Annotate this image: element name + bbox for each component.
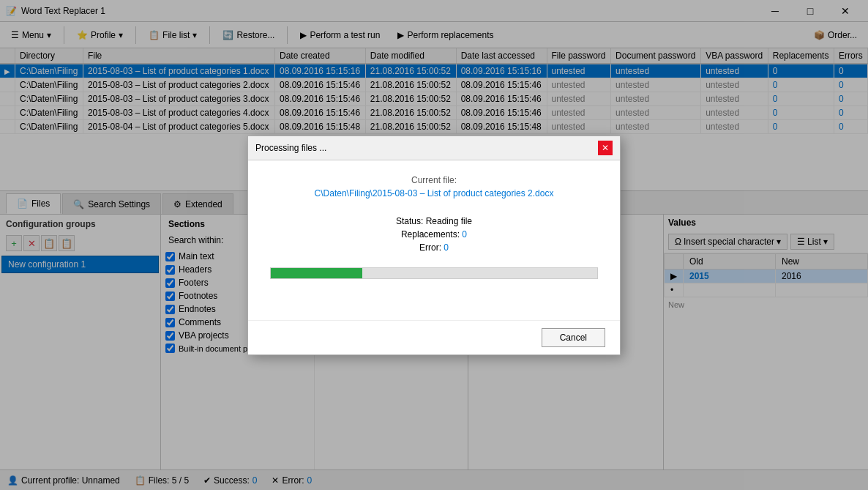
modal-replacements-line: Replacements: 0 (396, 229, 472, 240)
progress-bar-fill (271, 268, 362, 278)
modal-error-value: 0 (444, 242, 449, 253)
modal-title: Processing files ... (255, 143, 326, 153)
modal-title-bar: Processing files ... ✕ (248, 136, 620, 160)
modal-body: Current file: C\Daten\Filing\2015-08-03 … (248, 160, 620, 320)
modal-footer: Cancel (248, 320, 620, 354)
modal-replacements-value: 0 (462, 229, 467, 240)
modal-status-line: Status: Reading file (396, 216, 472, 226)
cancel-button[interactable]: Cancel (542, 328, 605, 347)
modal-overlay: Processing files ... ✕ Current file: C\D… (0, 0, 868, 490)
modal-status-section: Status: Reading file Replacements: 0 Err… (396, 216, 472, 256)
current-file-label: Current file: (411, 175, 457, 185)
progress-bar-container (270, 267, 598, 279)
modal-filename: C\Daten\Filing\2015-08-03 – List of prod… (315, 188, 554, 198)
modal-close-button[interactable]: ✕ (598, 141, 613, 155)
modal-error-line: Error: 0 (396, 242, 472, 253)
processing-modal: Processing files ... ✕ Current file: C\D… (247, 136, 621, 355)
